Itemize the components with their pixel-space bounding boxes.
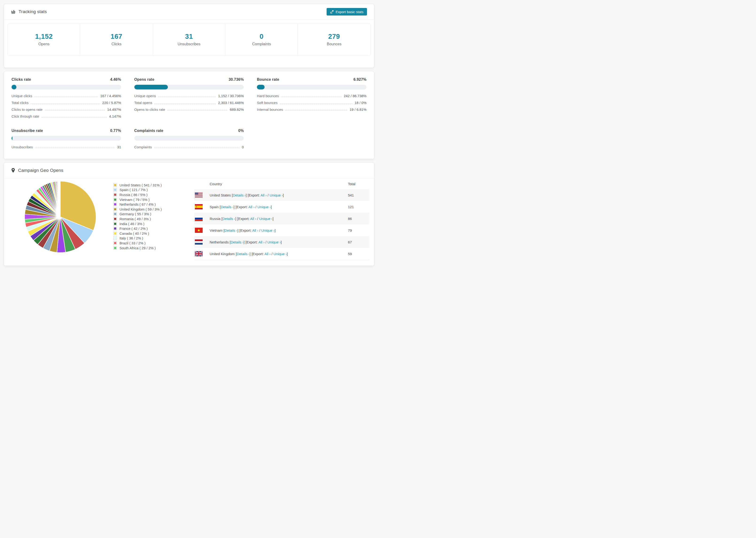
legend-item: Spain ( 121 / 7% ) [113,188,184,192]
table-row: United States [Details ›] [Export: All ›… [194,189,369,201]
unsubscribe-rate-progressbar [12,136,121,140]
legend-item: France ( 42 / 2% ) [113,226,184,231]
legend-label: Brazil ( 33 / 2% ) [120,241,145,245]
export-unique-link[interactable]: Unique › [267,240,281,244]
details-link[interactable]: Details › [231,240,243,244]
export-unique-link[interactable]: Unique › [270,193,283,197]
table-header-row: Country Total [194,178,369,189]
bracket: ] [Export: [237,228,252,232]
legend-label: Vietnam ( 79 / 5% ) [120,198,149,202]
export-unique-link[interactable]: Unique › [274,252,287,256]
country-name: Spain [210,205,220,209]
clicks-count: 167 [80,32,153,40]
details-link[interactable]: Details › [221,205,234,209]
legend-label: Romania ( 49 / 3% ) [120,217,151,221]
legend-item: Canada ( 40 / 2% ) [113,231,184,236]
flag-es-icon [195,204,209,209]
legend-item: Russia ( 86 / 5% ) [113,192,184,197]
legend-swatch [113,212,117,216]
legend-label: United States ( 541 / 31% ) [120,183,162,187]
map-marker-icon [11,168,15,173]
unsubscribes-count: 31 [153,32,225,40]
stats-summary-box: 1,152 Opens 167 Clicks 31 Unsubscribes 0… [8,24,370,56]
legend-label: India ( 46 / 3% ) [120,222,144,226]
stat-unsubscribes: 31 Unsubscribes [153,24,225,56]
legend-label: Russia ( 86 / 5% ) [120,193,147,197]
legend-item: Netherlands ( 67 / 4% ) [113,202,184,207]
table-row: Vietnam [Details ›] [Export: All › / Uni… [194,224,369,236]
legend-item: Italy ( 36 / 2% ) [113,236,184,241]
stat-complaints: 0 Complaints [225,24,298,56]
total-value [348,260,369,260]
stat-row: Complaints0 [134,144,244,150]
slash-separator: / [256,217,259,221]
opens-rate-block: Opens rate 30.736% Unique opens1,152 / 3… [134,78,244,120]
export-all-link[interactable]: All › [252,228,258,232]
export-basic-stats-button[interactable]: Export basic stats [327,8,367,16]
legend-swatch [113,183,117,187]
details-link[interactable]: Details › [222,217,235,221]
export-all-link[interactable]: All › [258,240,265,244]
legend-label: United Kingdom ( 59 / 3% ) [120,207,162,211]
details-link[interactable]: Details › [237,252,249,256]
flag-vn-icon [195,228,209,233]
stat-row: Unsubscribes31 [12,144,121,150]
legend-swatch [113,217,117,221]
bracket: ] [Export: [234,205,248,209]
legend-item: South Africa ( 29 / 2% ) [113,245,184,250]
geo-opens-table: Country Total United States [Details ›] … [194,178,369,260]
export-all-link[interactable]: All › [248,205,254,209]
details-link[interactable]: Details › [225,228,237,232]
bracket: ] [271,205,272,209]
legend-item: Vietnam ( 79 / 5% ) [113,197,184,202]
total-value: 79 [348,224,369,236]
bracket: ] [Export: [249,252,264,256]
bracket: ] [283,193,284,197]
legend-swatch [113,193,117,196]
total-value: 121 [348,201,369,213]
export-all-link[interactable]: All › [264,252,270,256]
bracket: ] [281,240,282,244]
pie-legend: United States ( 541 / 31% )Spain ( 121 /… [113,183,184,250]
legend-label: Spain ( 121 / 7% ) [120,188,148,192]
campaign-geo-opens-card: Campaign Geo Opens United States ( 541 /… [4,162,374,266]
export-unique-link[interactable]: Unique › [261,228,275,232]
table-row: Russia [Details ›] [Export: All › / Uniq… [194,213,369,224]
country-name: Russia [210,217,221,221]
slash-separator: / [267,193,270,197]
legend-swatch [113,198,117,201]
stat-row: Unique clicks167 / 4.456% [12,92,121,99]
bar-chart-icon [11,9,16,14]
legend-item: United States ( 541 / 31% ) [113,183,184,188]
flag-gb-icon [195,251,209,256]
legend-label: Germany ( 55 / 3% ) [120,212,151,216]
complaints-rate-progressbar [134,136,244,140]
legend-swatch [113,232,117,235]
legend-item: Romania ( 49 / 3% ) [113,216,184,221]
clicks-rate-progressbar [12,85,121,89]
table-row [194,260,369,260]
tracking-stats-card: Tracking stats Export basic stats 1,152 … [4,4,374,68]
stat-row: Total opens2,303 / 61.446% [134,99,244,106]
flag-ru-icon [195,216,209,221]
stat-row: Clicks to opens rate14.497% [12,106,121,113]
bounces-count: 279 [298,32,370,40]
legend-item: India ( 46 / 3% ) [113,221,184,226]
legend-item: Brazil ( 33 / 2% ) [113,241,184,245]
stat-clicks: 167 Clicks [80,24,153,56]
flag-us-icon [195,192,209,198]
legend-item: Germany ( 55 / 3% ) [113,212,184,217]
export-unique-link[interactable]: Unique › [259,217,273,221]
details-link[interactable]: Details › [233,193,245,197]
legend-swatch [113,246,117,250]
export-all-link[interactable]: All › [261,193,267,197]
export-all-link[interactable]: All › [250,217,256,221]
stat-bounces: 279 Bounces [298,24,370,56]
slash-separator: / [270,252,274,256]
stat-row: Opens to clicks rate689.82% [134,106,244,113]
total-value: 67 [348,236,369,248]
export-unique-link[interactable]: Unique › [257,205,271,209]
legend-swatch [113,202,117,206]
legend-label: Netherlands ( 67 / 4% ) [120,202,156,206]
legend-swatch [113,241,117,245]
